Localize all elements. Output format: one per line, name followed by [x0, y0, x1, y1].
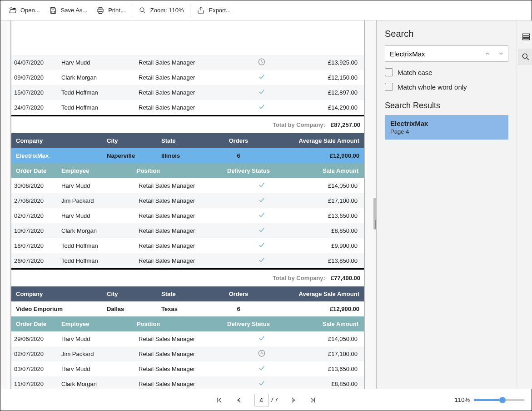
search-result-item[interactable]: ElectrixMax Page 4 — [385, 115, 508, 140]
company-row: ElectrixMaxNapervilleIllinois6£12,900.00 — [11, 148, 364, 163]
table-row: 15/07/2020Todd HoffmanRetail Sales Manag… — [11, 85, 364, 100]
zoom-slider[interactable] — [474, 399, 524, 401]
table-row: 27/06/2020Jim PackardRetail Sales Manage… — [11, 193, 364, 208]
table-row: 02/07/2020Jim PackardRetail Sales Manage… — [11, 346, 364, 361]
parameters-icon[interactable] — [518, 29, 532, 45]
table-row: 16/07/2020Todd HoffmanRetail Sales Manag… — [11, 238, 364, 253]
open-label: Open... — [20, 7, 40, 14]
table-row: 09/07/2020Clark MorganRetail Sales Manag… — [11, 70, 364, 85]
svg-rect-4 — [522, 36, 529, 37]
svg-rect-5 — [522, 38, 529, 40]
zoom-button[interactable]: Zoom: 110% — [134, 4, 189, 17]
report-viewer[interactable]: 04/07/2020Harv MuddRetail Sales Manager£… — [0, 20, 376, 389]
zoom-icon — [139, 6, 147, 15]
prev-page-icon[interactable] — [234, 395, 244, 405]
svg-point-6 — [522, 54, 527, 58]
table-row: 11/07/2020Clark MorganRetail Sales Manag… — [11, 376, 364, 389]
open-button[interactable]: Open... — [4, 4, 45, 17]
page-total: / 7 — [271, 396, 278, 403]
table-row: 03/07/2020Harv MuddRetail Sales Manager£… — [11, 361, 364, 376]
separator — [190, 4, 190, 17]
print-label: Print... — [108, 7, 125, 14]
zoom-value: 110% — [455, 396, 470, 403]
search-title: Search — [385, 29, 508, 39]
first-page-icon[interactable] — [214, 395, 224, 405]
open-icon — [9, 6, 17, 15]
search-panel: Search Match case Match whole word only … — [377, 20, 517, 389]
search-prev-icon[interactable] — [481, 46, 494, 61]
last-page-icon[interactable] — [308, 395, 318, 405]
separator — [132, 4, 132, 17]
group-header: CompanyCityStateOrdersAverage Sale Amoun… — [11, 286, 364, 301]
table-row: 10/07/2020Clark MorganRetail Sales Manag… — [11, 223, 364, 238]
search-results-title: Search Results — [385, 101, 508, 110]
next-page-icon[interactable] — [288, 395, 298, 405]
toolbar: Open... Save As... Print... Zoom: 110% E… — [0, 0, 532, 20]
match-case-label: Match case — [398, 69, 433, 76]
total-row: Total by Company:£77,400.00 — [11, 268, 364, 286]
export-label: Export... — [209, 7, 230, 14]
table-row: 02/07/2020Harv MuddRetail Sales Manager£… — [11, 208, 364, 223]
table-row: 29/06/2020Harv MuddRetail Sales Manager£… — [11, 331, 364, 346]
table-row: 26/07/2020Todd HoffmanRetail Sales Manag… — [11, 253, 364, 268]
report-page: 04/07/2020Harv MuddRetail Sales Manager£… — [10, 20, 365, 389]
side-rail — [517, 20, 532, 389]
zoom-label: Zoom: 110% — [150, 7, 184, 14]
table-row: 24/07/2020Todd HoffmanRetail Sales Manag… — [11, 100, 364, 115]
sub-header: Order DateEmployeePositionDelivery Statu… — [11, 163, 364, 178]
save-button[interactable]: Save As... — [45, 4, 92, 17]
sub-header: Order DateEmployeePositionDelivery Statu… — [11, 316, 364, 331]
page-input[interactable] — [254, 394, 268, 406]
company-row: Video EmporiumDallasTexas6£12,900.00 — [11, 301, 364, 316]
search-result-name: ElectrixMax — [390, 120, 503, 127]
export-icon — [197, 6, 205, 15]
save-icon — [49, 6, 57, 15]
svg-rect-3 — [522, 34, 529, 35]
footer: / 7 110% — [0, 389, 532, 411]
whole-word-checkbox[interactable] — [385, 83, 393, 91]
search-next-icon[interactable] — [494, 46, 508, 61]
group-header: CompanyCityStateOrdersAverage Sale Amoun… — [11, 133, 364, 148]
svg-point-0 — [140, 8, 144, 12]
search-result-page: Page 4 — [390, 128, 503, 135]
match-case-row[interactable]: Match case — [385, 68, 508, 76]
match-case-checkbox[interactable] — [385, 68, 393, 76]
search-tab-icon[interactable] — [518, 49, 532, 65]
print-icon — [96, 6, 104, 15]
save-label: Save As... — [61, 7, 88, 14]
splitter-handle[interactable] — [373, 218, 376, 231]
total-row: Total by Company:£87,257.00 — [11, 115, 364, 133]
whole-word-label: Match whole word only — [398, 83, 467, 91]
search-input[interactable] — [385, 50, 481, 58]
export-button[interactable]: Export... — [192, 4, 235, 17]
whole-word-row[interactable]: Match whole word only — [385, 83, 508, 91]
search-box — [385, 45, 508, 62]
table-row: 30/06/2020Harv MuddRetail Sales Manager£… — [11, 178, 364, 193]
table-row: 04/07/2020Harv MuddRetail Sales Manager£… — [11, 55, 364, 70]
pager: / 7 — [214, 394, 318, 406]
zoom-control: 110% — [455, 396, 524, 403]
print-button[interactable]: Print... — [92, 4, 130, 17]
